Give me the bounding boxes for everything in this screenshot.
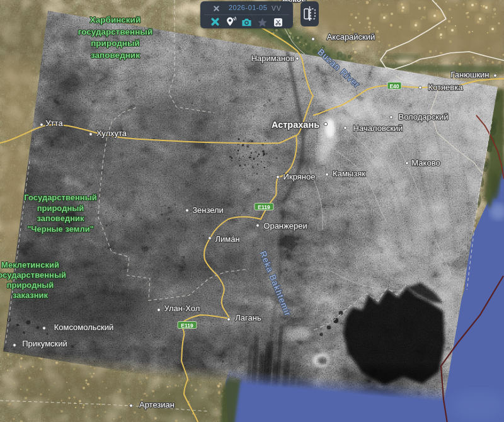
svg-text:Володарский: Володарский (398, 112, 448, 122)
svg-text:Улан-Хол: Улан-Хол (164, 304, 200, 313)
svg-text:E119: E119 (258, 204, 270, 210)
svg-text:Ганюшкин: Ганюшкин (450, 70, 489, 79)
svg-text:государственный: государственный (78, 27, 152, 37)
svg-text:Нариманов: Нариманов (251, 54, 295, 63)
svg-text:Оранжереи: Оранжереи (263, 221, 307, 231)
svg-text:Утта: Утта (45, 118, 63, 128)
svg-text:"Черные земли": "Черные земли" (27, 224, 94, 234)
svg-text:Прикумский: Прикумский (22, 339, 67, 348)
svg-text:E119: E119 (181, 322, 193, 329)
svg-text:Маково: Маково (411, 158, 440, 168)
svg-text:заповедник: заповедник (37, 214, 84, 223)
svg-text:Котяевка: Котяевка (428, 83, 464, 92)
svg-text:Лагань: Лагань (235, 313, 261, 322)
svg-text:Артезиан: Артезиан (139, 400, 175, 409)
svg-text:заповедник: заповедник (91, 50, 140, 60)
svg-text:Лима́н: Лима́н (215, 234, 239, 244)
svg-text:Началовский: Началовский (353, 123, 403, 133)
svg-text:природный: природный (91, 38, 140, 48)
svg-text:Икряное: Икряное (284, 172, 316, 181)
svg-text:Харбинский: Харбинский (90, 15, 140, 25)
svg-text:Государственный: Государственный (24, 193, 97, 202)
svg-text:заказник: заказник (13, 290, 49, 300)
svg-text:Хулхута: Хулхута (96, 128, 127, 138)
svg-text:Астрахань: Астрахань (272, 120, 319, 130)
svg-text:Комсомольский: Комсомольский (54, 322, 114, 332)
svg-text:природный: природный (37, 203, 84, 213)
svg-text:Зензели: Зензели (192, 205, 224, 215)
svg-text:Меклетинский: Меклетинский (1, 260, 59, 270)
svg-text:государственный: государственный (0, 270, 66, 280)
svg-text:природный: природный (7, 280, 54, 290)
svg-text:Аксарайский: Аксарайский (327, 32, 375, 42)
svg-text:E40: E40 (389, 83, 399, 89)
svg-text:Камызяк: Камызяк (333, 169, 365, 178)
